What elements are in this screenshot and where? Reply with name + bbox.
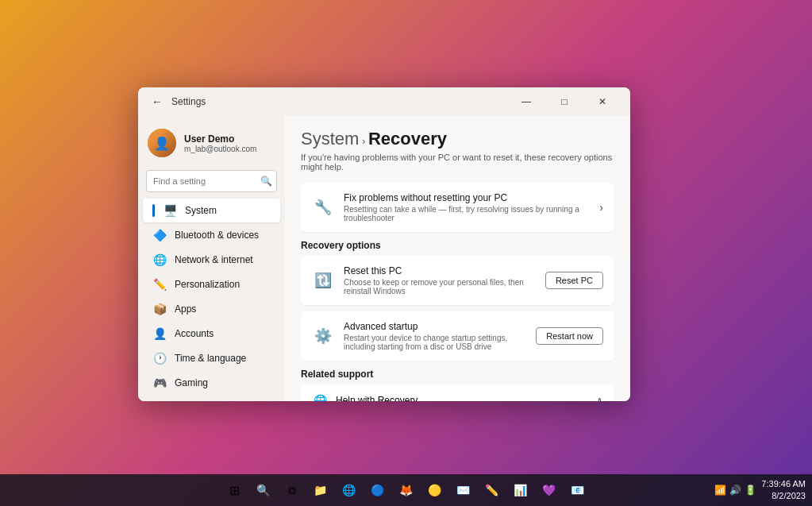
search-icon: 🔍 — [260, 176, 272, 187]
user-name: User Demo — [184, 133, 275, 145]
taskbar-excel[interactable]: 📊 — [508, 477, 533, 503]
time-icon: 🕐 — [152, 351, 167, 365]
network-tray-icon[interactable]: 📶 — [714, 485, 726, 496]
taskbar-explorer[interactable]: 📁 — [308, 477, 333, 503]
user-profile[interactable]: 👤 User Demo m_lab@outlook.com — [138, 122, 285, 167]
personalization-icon: ✏️ — [152, 277, 167, 292]
sidebar-item-accessibility[interactable]: ♿ Accessibility — [143, 396, 280, 401]
taskbar-mail[interactable]: ✉️ — [451, 477, 476, 503]
start-button[interactable]: ⊞ — [222, 477, 248, 503]
taskbar: ⊞ 🔍 ⧉ 📁 🌐 🔵 🦊 🟡 ✉️ ✏️ 📊 💜 📧 📶 🔊 🔋 7:39:4… — [0, 474, 812, 506]
apps-icon: 📦 — [152, 302, 167, 316]
system-icon: 🖥️ — [163, 203, 177, 218]
sidebar-item-label: Accounts — [175, 328, 214, 339]
bluetooth-icon: 🔷 — [152, 228, 167, 242]
fix-problems-card[interactable]: 🔧 Fix problems without resetting your PC… — [301, 183, 614, 232]
advanced-startup-card: ⚙️ Advanced startup Restart your device … — [301, 311, 614, 361]
startup-icon: ⚙️ — [312, 325, 334, 347]
close-button[interactable]: ✕ — [584, 89, 621, 114]
sidebar: 👤 User Demo m_lab@outlook.com 🔍 🖥️ — [138, 116, 285, 401]
help-with-recovery-header[interactable]: 🌐 Help with Recovery ∧ — [301, 384, 614, 401]
gaming-icon: 🎮 — [152, 376, 167, 390]
sidebar-item-system[interactable]: 🖥️ System — [143, 199, 280, 222]
accounts-icon: 👤 — [152, 326, 167, 341]
title-bar: ← Settings — □ ✕ — [138, 87, 630, 116]
accessibility-icon: ♿ — [152, 400, 167, 401]
reset-pc-title: Reset this PC — [344, 265, 536, 276]
clock-date: 8/2/2023 — [761, 490, 806, 502]
taskbar-center: ⊞ 🔍 ⧉ 📁 🌐 🔵 🦊 🟡 ✉️ ✏️ 📊 💜 📧 — [222, 477, 591, 503]
taskbar-paint[interactable]: ✏️ — [479, 477, 505, 503]
related-support-title: Related support — [301, 369, 614, 380]
user-email: m_lab@outlook.com — [184, 145, 275, 153]
maximize-button[interactable]: □ — [546, 89, 583, 114]
taskbar-store[interactable]: 🔵 — [365, 477, 391, 503]
taskbar-teams[interactable]: 💜 — [537, 477, 562, 503]
sidebar-item-label: Network & internet — [175, 254, 253, 265]
content-area: 👤 User Demo m_lab@outlook.com 🔍 🖥️ — [138, 116, 630, 401]
page-subtitle: If you're having problems with your PC o… — [301, 153, 614, 172]
sidebar-item-time[interactable]: 🕐 Time & language — [143, 346, 280, 370]
fix-problems-title: Fix problems without resetting your PC — [344, 192, 590, 203]
reset-pc-card: 🔃 Reset this PC Choose to keep or remove… — [301, 256, 614, 305]
network-icon: 🌐 — [152, 253, 167, 267]
fix-problems-desc: Resetting can take a while — first, try … — [344, 205, 590, 222]
sidebar-item-gaming[interactable]: 🎮 Gaming — [143, 371, 280, 395]
taskbar-right: 📶 🔊 🔋 7:39:46 AM 8/2/2023 — [714, 478, 806, 503]
wrench-icon: 🔧 — [312, 196, 334, 218]
globe-icon: 🌐 — [312, 392, 328, 401]
search-box: 🔍 — [146, 170, 277, 192]
sidebar-item-label: Gaming — [175, 377, 208, 388]
settings-window: ← Settings — □ ✕ 👤 User Demo m_lab@o — [138, 87, 630, 401]
reset-icon: 🔃 — [312, 269, 334, 292]
page-title: Recovery — [368, 129, 447, 149]
chevron-up-icon: ∧ — [596, 395, 603, 401]
sidebar-item-label: Time & language — [175, 353, 246, 364]
sidebar-item-bluetooth[interactable]: 🔷 Bluetooth & devices — [143, 223, 280, 247]
window-controls: — □ ✕ — [508, 89, 621, 114]
sidebar-item-accounts[interactable]: 👤 Accounts — [143, 322, 280, 346]
volume-tray-icon[interactable]: 🔊 — [729, 485, 741, 496]
reset-pc-button[interactable]: Reset PC — [545, 272, 603, 289]
avatar: 👤 — [148, 129, 176, 157]
advanced-startup-title: Advanced startup — [344, 321, 526, 332]
search-input[interactable] — [146, 170, 277, 192]
sidebar-item-apps[interactable]: 📦 Apps — [143, 297, 280, 321]
help-with-recovery-label: Help with Recovery — [336, 395, 588, 401]
taskbar-chrome[interactable]: 🟡 — [422, 477, 448, 503]
sidebar-item-label: Apps — [175, 303, 196, 315]
chevron-right-icon: › — [599, 201, 603, 214]
taskbar-taskview[interactable]: ⧉ — [279, 477, 305, 503]
reset-pc-desc: Choose to keep or remove your personal f… — [344, 278, 536, 295]
battery-tray-icon[interactable]: 🔋 — [745, 485, 756, 496]
system-tray-icons: 📶 🔊 🔋 — [714, 485, 756, 496]
restart-now-button[interactable]: Restart now — [536, 327, 603, 345]
desktop: ← Settings — □ ✕ 👤 User Demo m_lab@o — [0, 0, 812, 506]
taskbar-outlook[interactable]: 📧 — [565, 477, 591, 503]
breadcrumb-separator: › — [362, 135, 368, 147]
breadcrumb-parent: System — [301, 129, 359, 149]
recovery-options-title: Recovery options — [301, 240, 614, 251]
advanced-startup-desc: Restart your device to change startup se… — [344, 334, 526, 351]
sidebar-item-label: System — [185, 205, 217, 216]
window-title: Settings — [171, 96, 508, 107]
back-button[interactable]: ← — [148, 92, 167, 111]
help-with-recovery-section: 🌐 Help with Recovery ∧ Creating a recove… — [301, 384, 614, 401]
taskbar-firefox[interactable]: 🦊 — [394, 477, 419, 503]
taskbar-clock[interactable]: 7:39:46 AM 8/2/2023 — [761, 478, 806, 503]
breadcrumb: System › Recovery — [301, 129, 614, 149]
sidebar-item-label: Bluetooth & devices — [175, 230, 259, 241]
sidebar-item-network[interactable]: 🌐 Network & internet — [143, 248, 280, 272]
clock-time: 7:39:46 AM — [761, 478, 806, 490]
taskbar-search[interactable]: 🔍 — [251, 477, 276, 503]
active-indicator — [152, 204, 155, 217]
main-content: System › Recovery If you're having probl… — [285, 116, 630, 401]
minimize-button[interactable]: — — [508, 89, 545, 114]
sidebar-item-personalization[interactable]: ✏️ Personalization — [143, 272, 280, 296]
taskbar-edge[interactable]: 🌐 — [337, 477, 362, 503]
sidebar-item-label: Personalization — [175, 279, 240, 290]
